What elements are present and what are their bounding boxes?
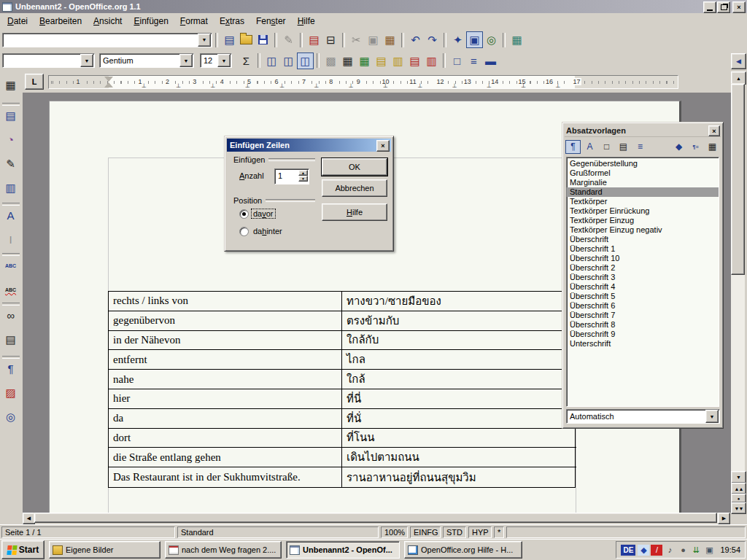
- cell-split-icon[interactable]: ◫: [280, 52, 297, 69]
- sum-icon[interactable]: Σ: [238, 52, 255, 69]
- table-cell-thai[interactable]: ที่โนน: [342, 429, 576, 448]
- table-cell-german[interactable]: hier: [109, 389, 342, 409]
- tab-selector-button[interactable]: L: [25, 74, 44, 90]
- style-list-item-überschrift-4[interactable]: Überschrift 4: [567, 282, 719, 292]
- menu-extras[interactable]: Extras: [214, 15, 250, 28]
- font-name-combobox[interactable]: Gentium ▼: [99, 53, 194, 68]
- export-pdf-icon[interactable]: ▤: [306, 31, 322, 48]
- menu-ansicht[interactable]: Ansicht: [88, 15, 128, 28]
- new-document-icon[interactable]: ▤: [221, 31, 238, 48]
- dialog-close-icon[interactable]: ×: [376, 140, 390, 152]
- insert-table-icon[interactable]: ▦: [2, 77, 19, 93]
- page-style[interactable]: Standard: [177, 526, 379, 538]
- style-filter-combobox[interactable]: Automatisch ▼: [566, 409, 720, 424]
- table-cell-thai[interactable]: ที่นั่: [342, 409, 576, 429]
- style-list-item-grußformel[interactable]: Grußformel: [567, 168, 719, 178]
- toolbar-scroll-left-icon[interactable]: ◀: [731, 53, 746, 69]
- frame-styles-icon[interactable]: □: [599, 140, 614, 154]
- nonprinting-characters-icon[interactable]: ¶: [2, 360, 19, 377]
- insert-mode-indicator[interactable]: EINFG: [410, 526, 441, 538]
- menu-datei[interactable]: Datei: [1, 15, 34, 28]
- stylist-icon[interactable]: ▣: [466, 31, 483, 48]
- cell-optimize-icon[interactable]: ◫: [297, 52, 314, 69]
- hscroll-thumb[interactable]: [34, 513, 717, 523]
- status-empty-field[interactable]: [506, 526, 746, 538]
- menu-hilfe[interactable]: Hilfe: [292, 15, 321, 28]
- style-list-item-überschrift-3[interactable]: Überschrift 3: [567, 273, 719, 282]
- direct-cursor-icon[interactable]: I: [2, 231, 19, 248]
- navigator-icon[interactable]: ✦: [449, 31, 466, 48]
- graphics-onoff-icon[interactable]: ▨: [2, 384, 19, 401]
- hyperlink-mode-indicator[interactable]: HYP: [468, 526, 492, 538]
- table-cell-german[interactable]: da: [109, 409, 342, 429]
- style-list-item-marginalie[interactable]: Marginalie: [567, 178, 719, 187]
- style-list-item-gegenüberstellung[interactable]: Gegenüberstellung: [567, 159, 719, 168]
- data-sources-icon[interactable]: ▤: [2, 331, 19, 348]
- quickstarter-icon[interactable]: ◆: [638, 545, 649, 556]
- keyboard-layout-indicator[interactable]: DE: [621, 545, 635, 556]
- style-list-item-überschrift-1[interactable]: Überschrift 1: [567, 244, 719, 254]
- spin-up-icon[interactable]: ▲: [298, 170, 308, 176]
- update-icon[interactable]: ⇊: [690, 545, 702, 556]
- taskbar-button-openoffice-org-hilfe-h-[interactable]: OpenOffice.org Hilfe - H...: [404, 541, 522, 559]
- url-combobox[interactable]: ▼: [2, 33, 212, 47]
- horizontal-scrollbar[interactable]: [34, 513, 718, 523]
- vscroll-thumb[interactable]: [731, 84, 745, 275]
- page-indicator[interactable]: Seite 1 / 1: [1, 526, 175, 538]
- table-cell-thai[interactable]: ใกล้: [342, 370, 576, 389]
- find-replace-icon[interactable]: ∞: [2, 307, 19, 324]
- table-background-icon[interactable]: ▩: [322, 52, 339, 69]
- online-layout-icon[interactable]: ◎: [2, 408, 19, 425]
- minimize-button[interactable]: [703, 1, 716, 13]
- modified-flag[interactable]: *: [494, 526, 504, 538]
- delete-row-icon[interactable]: ▤: [406, 52, 423, 69]
- volume-icon[interactable]: ♪: [664, 545, 676, 556]
- style-list-item-textkörper-einrückung[interactable]: Textkörper Einrückung: [567, 206, 719, 216]
- fill-format-mode-icon[interactable]: ◆: [671, 140, 686, 154]
- table-cell-german[interactable]: gegenübervon: [109, 311, 342, 331]
- autotext-icon[interactable]: A: [2, 207, 19, 224]
- style-list-item-überschrift-8[interactable]: Überschrift 8: [567, 320, 719, 330]
- radio-dahinter-label[interactable]: dahinter: [252, 227, 284, 236]
- web-document-icon[interactable]: ◎: [483, 31, 500, 48]
- insert-objects-icon[interactable]: ◔: [2, 131, 19, 148]
- insert-column-icon[interactable]: ▥: [390, 52, 406, 69]
- ok-button[interactable]: OK: [322, 158, 387, 176]
- table-cell-thai[interactable]: ทางขวา/ซายมือของ: [342, 292, 576, 311]
- close-button[interactable]: ×: [732, 1, 746, 13]
- network-icon[interactable]: ▣: [703, 545, 715, 556]
- taskbar-button-unbenannt2-openof-[interactable]: Unbenannt2 - OpenOf...: [286, 541, 400, 559]
- menu-einfügen[interactable]: Einfügen: [128, 15, 174, 28]
- style-list-item-überschrift-10[interactable]: Überschrift 10: [567, 254, 719, 263]
- print-icon[interactable]: ⊟: [322, 31, 339, 48]
- new-style-from-selection-icon[interactable]: ¶≡: [688, 140, 703, 154]
- paragraph-styles-icon[interactable]: ¶: [565, 140, 581, 154]
- table-cell-thai[interactable]: ตรงข้ามกับ: [342, 311, 576, 331]
- table-cell-thai[interactable]: ที่นี่: [342, 389, 576, 409]
- menu-bearbeiten[interactable]: Bearbeiten: [34, 15, 88, 28]
- autospellcheck-icon[interactable]: ABC: [2, 281, 19, 298]
- table-borders-icon[interactable]: ▦: [339, 52, 356, 69]
- start-button[interactable]: Start: [1, 540, 44, 559]
- style-list-item-textkörper[interactable]: Textkörper: [567, 197, 719, 206]
- table-cell-german[interactable]: Das Restaurant ist in der Sukhumvitstraß…: [109, 467, 342, 487]
- table-cell-german[interactable]: entfernt: [109, 350, 342, 370]
- draw-functions-icon[interactable]: ✎: [2, 155, 19, 172]
- delete-column-icon[interactable]: ▥: [423, 52, 440, 69]
- table-cell-german[interactable]: in der Nähevon: [109, 331, 342, 351]
- document-table[interactable]: rechts / links vonทางขวา/ซายมือของgegenü…: [108, 291, 576, 488]
- vertical-scrollbar[interactable]: [731, 83, 745, 471]
- table-autoformat-icon[interactable]: ▦: [356, 52, 373, 69]
- style-list-item-standard[interactable]: Standard: [567, 187, 719, 197]
- help-button[interactable]: Hilfe: [322, 203, 387, 221]
- style-list-item-überschrift-2[interactable]: Überschrift 2: [567, 263, 719, 273]
- cancel-button[interactable]: Abbrechen: [322, 179, 387, 197]
- paste-icon[interactable]: ▦: [382, 31, 398, 48]
- taskbar-button-eigene-bilder[interactable]: Eigene Bilder: [49, 541, 160, 559]
- previous-page-icon[interactable]: ▲▲: [731, 483, 746, 494]
- font-size-combobox[interactable]: 12 ▼: [200, 53, 232, 68]
- save-icon[interactable]: [255, 31, 271, 48]
- style-list-item-unterschrift[interactable]: Unterschrift: [567, 339, 719, 349]
- edit-file-icon[interactable]: ✎: [280, 31, 297, 48]
- styles-list[interactable]: GegenüberstellungGrußformelMarginalieSta…: [566, 157, 719, 407]
